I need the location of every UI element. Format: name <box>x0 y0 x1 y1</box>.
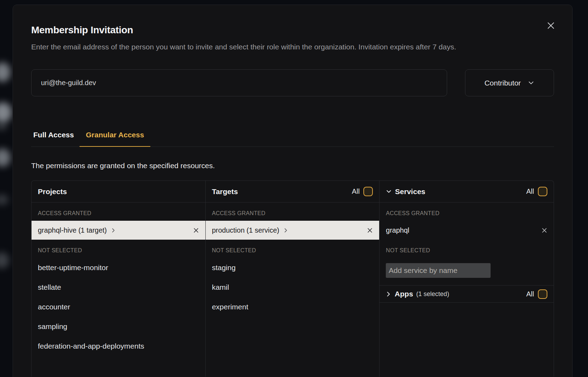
role-select[interactable]: Contributor <box>465 69 554 96</box>
targets-all-label: All <box>352 187 360 196</box>
apps-all-label: All <box>526 290 534 298</box>
background-blur-blob <box>0 194 8 205</box>
remove-project-button[interactable] <box>193 227 199 233</box>
target-option[interactable]: staging <box>206 258 380 277</box>
access-tabs: Full Access Granular Access <box>31 131 554 147</box>
project-option[interactable]: accounter <box>32 297 205 317</box>
invitee-email-input[interactable] <box>31 69 447 96</box>
add-service-input[interactable] <box>386 263 491 278</box>
apps-section-toggle[interactable]: Apps (1 selected) All <box>380 285 554 303</box>
membership-invitation-dialog: Membership Invitation Enter the email ad… <box>13 5 573 377</box>
services-column: Services All ACCESS GRANTED graphql <box>380 181 554 377</box>
remove-icon <box>193 227 199 233</box>
targets-all-checkbox[interactable] <box>363 187 373 196</box>
apps-all-group: All <box>526 289 547 299</box>
selected-target-row[interactable]: production (1 service) <box>206 221 380 240</box>
targets-access-granted-label: ACCESS GRANTED <box>206 203 380 221</box>
apps-header-label: Apps <box>395 290 413 298</box>
close-button[interactable] <box>546 20 556 31</box>
selected-target-label: production (1 service) <box>212 226 279 234</box>
close-icon <box>547 21 555 30</box>
projects-column-header: Projects <box>32 181 205 203</box>
target-option[interactable]: kamil <box>206 277 380 297</box>
services-access-granted-label: ACCESS GRANTED <box>380 203 554 221</box>
projects-not-selected-label: NOT SELECTED <box>32 240 205 258</box>
tab-full-access[interactable]: Full Access <box>31 131 80 146</box>
chevron-right-icon <box>111 228 116 233</box>
project-option[interactable]: better-uptime-monitor <box>32 258 205 277</box>
services-all-group: All <box>526 187 547 196</box>
targets-not-selected-label: NOT SELECTED <box>206 240 380 258</box>
remove-service-button[interactable] <box>541 227 547 233</box>
remove-icon <box>541 227 547 233</box>
targets-column: Targets All ACCESS GRANTED production (1… <box>206 181 380 377</box>
services-collapse-toggle[interactable]: Services <box>386 187 425 196</box>
permissions-note: The permissions are granted on the speci… <box>31 162 554 170</box>
targets-header-label: Targets <box>212 187 238 196</box>
services-all-checkbox[interactable] <box>538 187 547 196</box>
apps-all-checkbox[interactable] <box>538 289 547 299</box>
invite-form-row: Contributor <box>31 69 554 96</box>
role-select-value: Contributor <box>484 79 521 87</box>
granted-service-label: graphql <box>386 226 409 234</box>
background-blur-blob <box>0 149 11 167</box>
project-option[interactable]: stellate <box>32 277 205 297</box>
granted-service-row: graphql <box>380 221 554 240</box>
resource-picker: Projects ACCESS GRANTED graphql-hive (1 … <box>31 180 554 377</box>
targets-all-group: All <box>352 187 373 196</box>
tab-granular-access[interactable]: Granular Access <box>80 131 150 147</box>
chevron-down-icon <box>528 80 534 86</box>
project-option[interactable]: federation-and-app-deployments <box>32 336 205 356</box>
services-not-selected-label: NOT SELECTED <box>380 240 554 258</box>
remove-icon <box>367 227 373 233</box>
dialog-description: Enter the email address of the person yo… <box>31 41 554 53</box>
chevron-right-icon <box>386 292 391 297</box>
chevron-down-icon <box>386 188 392 194</box>
targets-column-header: Targets All <box>206 181 380 203</box>
chevron-right-icon <box>283 228 288 233</box>
selected-project-row[interactable]: graphql-hive (1 target) <box>32 221 205 240</box>
project-option[interactable]: sampling <box>32 317 205 336</box>
background-blur-blob <box>0 123 7 130</box>
projects-header-label: Projects <box>38 187 67 196</box>
selected-project-label: graphql-hive (1 target) <box>38 226 107 234</box>
services-all-label: All <box>526 187 534 196</box>
services-column-header: Services All <box>380 181 554 203</box>
projects-access-granted-label: ACCESS GRANTED <box>32 203 205 221</box>
remove-target-button[interactable] <box>367 227 373 233</box>
target-option[interactable]: experiment <box>206 297 380 317</box>
background-blur-blob <box>0 102 12 123</box>
background-blur-blob <box>0 252 9 268</box>
apps-selected-count: (1 selected) <box>416 290 449 298</box>
dialog-title: Membership Invitation <box>31 25 554 36</box>
services-header-label: Services <box>395 187 425 196</box>
background-blur-blob <box>0 62 11 82</box>
projects-column: Projects ACCESS GRANTED graphql-hive (1 … <box>32 181 206 377</box>
